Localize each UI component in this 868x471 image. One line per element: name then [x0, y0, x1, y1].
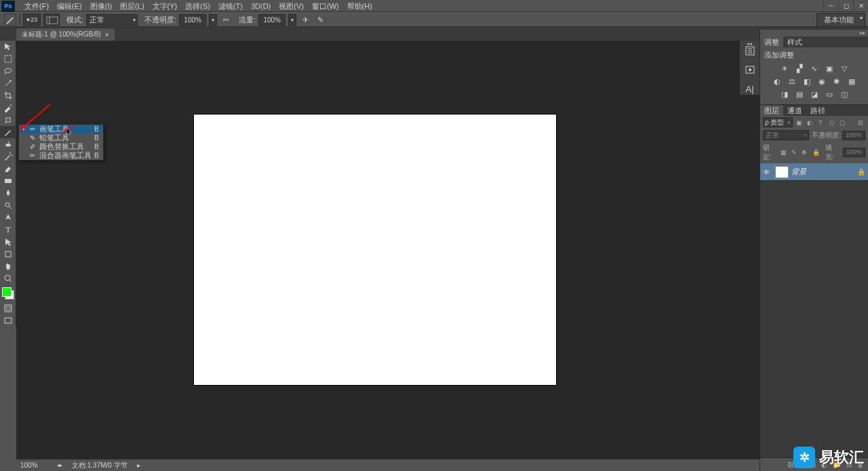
opacity-chevron[interactable]: ▾ — [209, 14, 217, 26]
curves-icon[interactable]: ∿ — [809, 63, 820, 74]
lasso-tool[interactable] — [0, 65, 16, 77]
menu-select[interactable]: 选择(S) — [181, 0, 214, 12]
pen-tool[interactable] — [0, 211, 16, 224]
document-tab-close[interactable]: × — [105, 31, 109, 39]
layer-blend-mode[interactable]: 正常 — [763, 130, 809, 140]
layer-lock-icon[interactable]: 🔒 — [857, 168, 865, 176]
layer-thumbnail[interactable] — [775, 166, 789, 178]
flyout-mixer-brush-tool[interactable]: ✏ 混合器画笔工具 B — [19, 151, 103, 160]
close-button[interactable]: ✕ — [853, 0, 868, 11]
brush-tool[interactable] — [0, 126, 16, 138]
quick-mask-tool[interactable] — [0, 302, 16, 314]
menu-image[interactable]: 图像(I) — [86, 0, 116, 12]
dock-collapse-icon[interactable]: ◂◂ — [739, 41, 760, 47]
current-tool-icon[interactable] — [4, 14, 16, 26]
document-info[interactable]: 文档:1.37M/0 字节 — [72, 461, 127, 470]
blend-mode-select[interactable]: 正常 — [86, 14, 138, 26]
healing-brush-tool[interactable] — [0, 114, 16, 126]
menu-filter[interactable]: 滤镜(T) — [214, 0, 247, 12]
marquee-tool[interactable] — [0, 53, 16, 65]
brush-preset-picker[interactable]: •23 — [23, 14, 41, 26]
move-tool[interactable] — [0, 41, 16, 53]
canvas-area[interactable] — [16, 41, 760, 459]
history-brush-tool[interactable] — [0, 150, 16, 163]
filter-smart-icon[interactable]: ▢ — [837, 118, 847, 127]
hand-tool[interactable] — [0, 260, 16, 272]
pressure-size-icon[interactable]: ✎ — [314, 14, 326, 26]
lock-all-icon[interactable]: 🔒 — [812, 149, 821, 156]
opacity-input[interactable]: 100% — [179, 14, 206, 26]
layer-row[interactable]: 👁 背景 🔒 — [760, 163, 868, 181]
workspace-switcher[interactable]: 基本功能 — [816, 13, 865, 27]
dodge-tool[interactable] — [0, 199, 16, 211]
clone-stamp-tool[interactable] — [0, 138, 16, 150]
flow-chevron[interactable]: ▾ — [288, 14, 296, 26]
path-selection-tool[interactable] — [0, 236, 16, 248]
crop-tool[interactable] — [0, 89, 16, 102]
filter-pixel-icon[interactable]: ▣ — [794, 118, 804, 127]
vibrance-icon[interactable]: ▽ — [839, 63, 850, 74]
minimize-button[interactable]: ─ — [823, 0, 838, 11]
photofilter-icon[interactable]: ◉ — [816, 76, 827, 87]
layer-visibility-icon[interactable]: 👁 — [763, 168, 772, 176]
foreground-color[interactable] — [2, 287, 12, 297]
shape-tool[interactable] — [0, 248, 16, 260]
levels-icon[interactable]: ▞ — [794, 63, 805, 74]
gradient-tool[interactable] — [0, 175, 16, 187]
lock-position-icon[interactable]: ✥ — [802, 149, 810, 156]
eraser-tool[interactable] — [0, 163, 16, 175]
character-panel-icon[interactable]: A| — [743, 83, 757, 95]
invert-icon[interactable]: ◨ — [779, 89, 790, 100]
menu-view[interactable]: 视图(V) — [275, 0, 308, 12]
menu-3d[interactable]: 3D(D) — [247, 0, 275, 12]
menu-help[interactable]: 帮助(H) — [343, 0, 376, 12]
maximize-button[interactable]: ◻ — [838, 0, 853, 11]
posterize-icon[interactable]: ▤ — [794, 89, 805, 100]
filter-adjust-icon[interactable]: ◐ — [805, 118, 814, 127]
colorbalance-icon[interactable]: ⚖ — [787, 76, 797, 87]
bw-icon[interactable]: ◧ — [802, 76, 812, 87]
pressure-opacity-icon[interactable]: ✏ — [220, 14, 232, 26]
brightness-icon[interactable]: ☀ — [779, 63, 790, 74]
menu-edit[interactable]: 编辑(E) — [53, 0, 86, 12]
color-swatches[interactable] — [2, 287, 14, 300]
eyedropper-tool[interactable] — [0, 102, 16, 114]
filter-type-icon[interactable]: T — [816, 118, 825, 127]
layer-opacity-input[interactable]: 100% — [842, 131, 865, 140]
tab-layers[interactable]: 图层 — [760, 105, 783, 116]
filter-toggle[interactable]: ⊟ — [856, 118, 865, 127]
layer-fill-input[interactable]: 100% — [843, 148, 865, 157]
screen-mode-tool[interactable] — [0, 314, 16, 327]
tab-paths[interactable]: 路径 — [806, 105, 829, 116]
brush-panel-toggle[interactable] — [43, 14, 60, 26]
properties-panel-icon[interactable] — [743, 64, 757, 76]
colorlookup-icon[interactable]: ▦ — [846, 76, 857, 87]
status-chevron-icon[interactable]: ◂▸ — [57, 462, 62, 468]
flow-input[interactable]: 100% — [258, 14, 285, 26]
lock-transparency-icon[interactable]: ▦ — [781, 149, 789, 156]
status-flyout-icon[interactable]: ▸ — [137, 462, 140, 469]
zoom-level[interactable]: 100% — [20, 462, 47, 469]
blur-tool[interactable] — [0, 187, 16, 199]
tab-channels[interactable]: 通道 — [783, 105, 806, 116]
lock-image-icon[interactable]: ✎ — [791, 149, 800, 156]
menu-type[interactable]: 文字(Y) — [149, 0, 182, 12]
gradientmap-icon[interactable]: ▭ — [824, 89, 835, 100]
menu-window[interactable]: 窗口(W) — [308, 0, 343, 12]
selectivecolor-icon[interactable]: ◫ — [839, 89, 850, 100]
threshold-icon[interactable]: ◪ — [809, 89, 820, 100]
document-canvas[interactable] — [194, 115, 556, 385]
layer-kind-filter[interactable]: ρ 类型 — [763, 117, 793, 127]
magic-wand-tool[interactable] — [0, 77, 16, 89]
document-tab[interactable]: 未标题-1 @ 100%(RGB/8) × — [16, 28, 115, 41]
hue-icon[interactable]: ◐ — [772, 76, 783, 87]
zoom-tool[interactable] — [0, 272, 16, 285]
layer-name-label[interactable]: 背景 — [791, 167, 854, 177]
exposure-icon[interactable]: ▣ — [824, 63, 835, 74]
tab-styles[interactable]: 样式 — [783, 37, 806, 47]
tab-adjustments[interactable]: 调整 — [760, 37, 783, 47]
menu-file[interactable]: 文件(F) — [20, 0, 53, 12]
panel-collapse-icon[interactable]: ▸▸ — [760, 30, 868, 37]
menu-layer[interactable]: 图层(L) — [116, 0, 148, 12]
filter-shape-icon[interactable]: ◻ — [827, 118, 836, 127]
